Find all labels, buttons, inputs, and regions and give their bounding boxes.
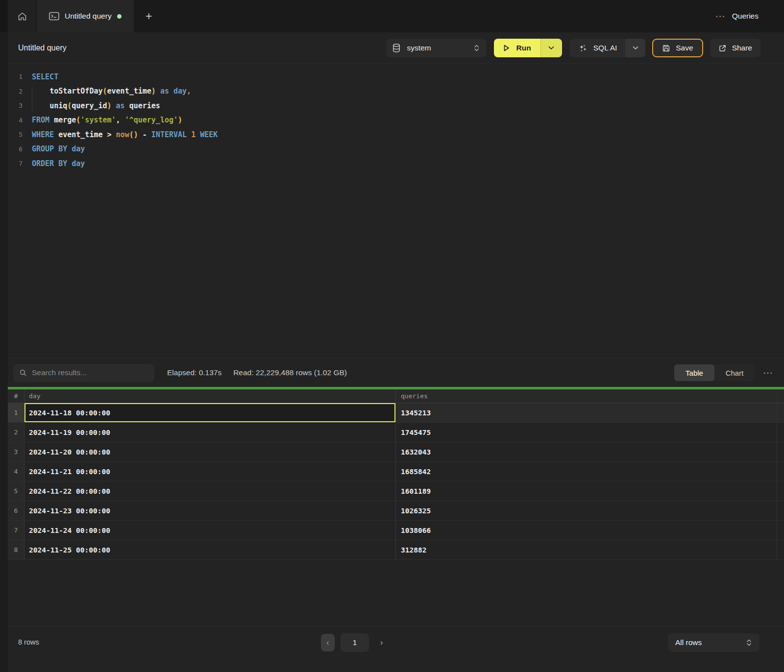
search-box[interactable]: [13, 364, 154, 382]
cell-queries[interactable]: 1685842: [396, 462, 777, 481]
table-row[interactable]: 62024-11-23 00:00:001026325: [8, 501, 784, 521]
cell-day[interactable]: 2024-11-24 00:00:00: [24, 521, 396, 540]
cell-day[interactable]: 2024-11-18 00:00:00: [24, 403, 396, 422]
tab-bar-right: ⋯ Queries: [715, 0, 784, 32]
cell-queries[interactable]: 1345213: [396, 403, 777, 422]
row-filler: [777, 501, 784, 520]
line-number: 5: [8, 131, 23, 138]
header-filler: [777, 389, 784, 403]
line-number: 1: [8, 73, 23, 80]
line-number: 6: [8, 145, 23, 153]
toolbar-controls: system Run: [386, 39, 760, 57]
table-row[interactable]: 72024-11-24 00:00:001038066: [8, 521, 784, 540]
row-filler: [777, 521, 784, 540]
queries-link[interactable]: Queries: [732, 12, 759, 21]
sql-editor[interactable]: 1SELECT2 toStartOfDay(event_time) as day…: [8, 64, 784, 358]
run-label: Run: [516, 44, 531, 52]
share-button[interactable]: Share: [710, 39, 760, 57]
sql-ai-button[interactable]: SQL AI: [570, 39, 626, 57]
table-row[interactable]: 42024-11-21 00:00:001685842: [8, 462, 784, 481]
elapsed-stat: Elapsed: 0.137s: [167, 368, 221, 377]
code-line[interactable]: 5WHERE event_time > now() - INTERVAL 1 W…: [8, 127, 784, 142]
code-line[interactable]: 3 uniq(query_id) as queries: [8, 98, 784, 113]
run-button-group: Run: [494, 39, 562, 57]
column-header-day[interactable]: day: [24, 389, 396, 403]
prev-page-button[interactable]: ‹: [321, 634, 335, 651]
code-line[interactable]: 4FROM merge('system', '^query_log'): [8, 113, 784, 128]
run-button[interactable]: Run: [494, 39, 540, 57]
unsaved-dot: [117, 14, 122, 19]
indent-guide: [32, 86, 32, 111]
code-lines: 1SELECT2 toStartOfDay(event_time) as day…: [8, 70, 784, 171]
new-tab-button[interactable]: +: [134, 0, 164, 32]
cell-queries[interactable]: 1026325: [396, 501, 777, 520]
table-body: 12024-11-18 00:00:00134521322024-11-19 0…: [8, 403, 784, 560]
sql-ai-label: SQL AI: [593, 44, 617, 52]
cell-queries[interactable]: 1745475: [396, 423, 777, 442]
code-text: WHERE event_time > now() - INTERVAL 1 WE…: [32, 130, 218, 139]
cell-day[interactable]: 2024-11-25 00:00:00: [24, 540, 396, 559]
sql-console-window: Untitled query + ⋯ Queries Untitled quer…: [0, 0, 784, 672]
tab-table-view[interactable]: Table: [674, 364, 714, 381]
cell-queries[interactable]: 1601189: [396, 481, 777, 501]
code-line[interactable]: 6GROUP BY day: [8, 142, 784, 157]
query-toolbar: Untitled query system: [8, 32, 784, 64]
tab-bar: Untitled query + ⋯ Queries: [0, 0, 784, 32]
row-number: 7: [8, 521, 24, 540]
search-icon: [19, 369, 27, 377]
line-number: 3: [8, 102, 23, 109]
table-row[interactable]: 32024-11-20 00:00:001632043: [8, 442, 784, 462]
table-row[interactable]: 52024-11-22 00:00:001601189: [8, 481, 784, 501]
row-filler: [777, 540, 784, 559]
page-size-selector[interactable]: All rows: [668, 633, 760, 652]
chevron-down-icon: [548, 46, 554, 50]
code-text: FROM merge('system', '^query_log'): [32, 116, 182, 124]
code-text: SELECT: [32, 72, 58, 81]
code-text: ORDER BY day: [32, 159, 85, 168]
chevron-updown-icon: [473, 44, 480, 52]
database-selector[interactable]: system: [386, 39, 486, 57]
database-value: system: [407, 44, 431, 52]
cell-day[interactable]: 2024-11-21 00:00:00: [24, 462, 396, 481]
results-menu-icon[interactable]: ⋯: [763, 368, 773, 378]
results-toolbar: Elapsed: 0.137s Read: 22,229,488 rows (1…: [8, 358, 784, 387]
code-line[interactable]: 7ORDER BY day: [8, 156, 784, 171]
query-title: Untitled query: [18, 44, 67, 52]
code-line[interactable]: 2 toStartOfDay(event_time) as day,: [8, 84, 784, 99]
code-line[interactable]: 1SELECT: [8, 70, 784, 84]
home-button[interactable]: [8, 0, 37, 32]
row-number: 3: [8, 442, 24, 461]
tab-untitled-query[interactable]: Untitled query: [37, 0, 134, 32]
cell-queries[interactable]: 1038066: [396, 521, 777, 540]
row-number: 2: [8, 423, 24, 442]
cell-day[interactable]: 2024-11-20 00:00:00: [24, 442, 396, 461]
row-number: 6: [8, 501, 24, 520]
left-gutter-strip: [0, 32, 8, 672]
code-text: uniq(query_id) as queries: [32, 101, 160, 110]
cell-day[interactable]: 2024-11-22 00:00:00: [24, 481, 396, 501]
cell-queries[interactable]: 1632043: [396, 442, 777, 461]
cell-day[interactable]: 2024-11-23 00:00:00: [24, 501, 396, 520]
read-stat: Read: 22,229,488 rows (1.02 GB): [233, 368, 347, 377]
line-number: 4: [8, 117, 23, 124]
cell-day[interactable]: 2024-11-19 00:00:00: [24, 423, 396, 442]
row-filler: [777, 403, 784, 422]
row-filler: [777, 462, 784, 481]
search-input[interactable]: [32, 368, 148, 377]
sql-ai-options-button[interactable]: [625, 39, 645, 57]
table-row[interactable]: 12024-11-18 00:00:001345213: [8, 403, 784, 423]
column-header-queries[interactable]: queries: [396, 389, 777, 403]
tab-label: Untitled query: [65, 12, 112, 21]
tab-chart-view[interactable]: Chart: [714, 364, 755, 381]
cell-queries[interactable]: 312882: [396, 540, 777, 559]
next-page-button[interactable]: ›: [377, 635, 386, 650]
sparkles-icon: [578, 44, 588, 53]
table-row[interactable]: 82024-11-25 00:00:00312882: [8, 540, 784, 560]
current-page-button[interactable]: 1: [341, 633, 369, 652]
sql-ai-button-group: SQL AI: [570, 39, 646, 57]
table-row[interactable]: 22024-11-19 00:00:001745475: [8, 423, 784, 442]
run-options-button[interactable]: [540, 39, 562, 57]
overflow-menu-icon[interactable]: ⋯: [715, 11, 725, 21]
row-number: 5: [8, 481, 24, 501]
save-button[interactable]: Save: [652, 39, 703, 57]
